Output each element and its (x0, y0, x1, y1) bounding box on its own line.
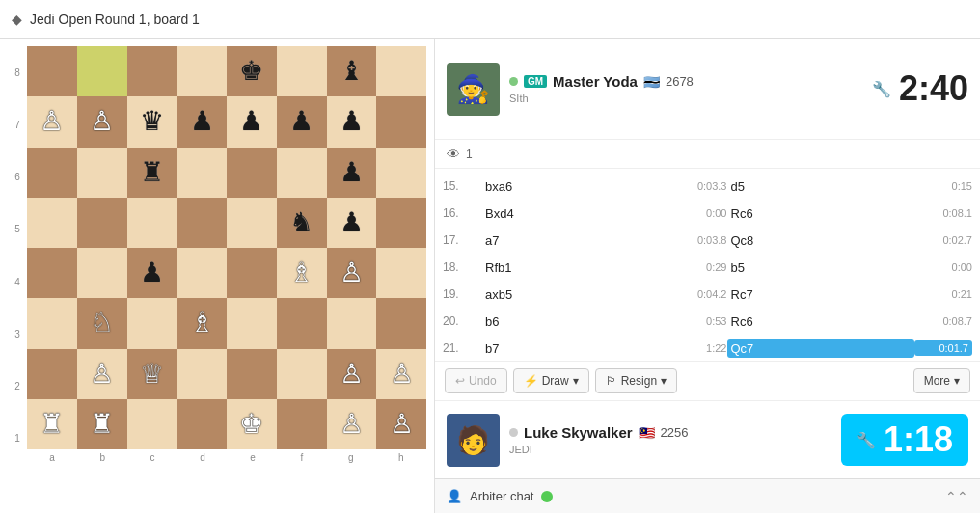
eye-icon: 👁 (447, 147, 460, 162)
cell-e2[interactable] (227, 349, 277, 399)
move-black-21[interactable]: Qc7 (727, 339, 915, 358)
cell-c2[interactable]: ♕ (127, 349, 177, 399)
top-player-rating: 2678 (666, 74, 694, 89)
resign-button[interactable]: 🏳 Resign ▾ (595, 368, 677, 393)
bottom-player-flag: 🇲🇾 (639, 425, 655, 441)
resign-label: Resign (621, 374, 657, 388)
cell-b3[interactable]: ♘ (77, 298, 127, 348)
cell-c3[interactable] (127, 298, 177, 348)
cell-c7[interactable]: ♛ (127, 96, 177, 147)
moves-section[interactable]: 15. bxa6 0:03.3 d5 0:15 16. Bxd4 0:00 Rc… (435, 169, 980, 361)
move-black-20[interactable]: Rc6 (727, 312, 915, 331)
cell-f2[interactable] (277, 349, 327, 399)
piece-c6: ♜ (140, 159, 164, 186)
cell-c5[interactable] (127, 198, 177, 248)
cell-b1[interactable]: ♜ (77, 399, 127, 449)
cell-f3[interactable] (277, 298, 327, 348)
cell-c1[interactable] (127, 399, 177, 449)
cell-g2[interactable]: ♙ (327, 349, 377, 399)
cell-g7[interactable]: ♟ (327, 96, 377, 147)
cell-e5[interactable] (227, 198, 277, 248)
cell-e1[interactable]: ♚ (227, 399, 277, 449)
cell-c4[interactable]: ♟ (127, 248, 177, 298)
move-black-18[interactable]: b5 (727, 258, 915, 277)
draw-button[interactable]: ⚡ Draw ▾ (513, 368, 589, 393)
cell-c8[interactable] (127, 46, 177, 96)
cell-g6[interactable]: ♟ (327, 148, 377, 198)
top-player-flag: 🇧🇼 (643, 74, 660, 90)
piece-d7: ♟ (190, 108, 214, 135)
arbiter-chevron-up[interactable]: ⌃⌃ (945, 489, 968, 504)
undo-button[interactable]: ↩ Undo (445, 368, 507, 393)
cell-f8[interactable] (277, 46, 327, 96)
cell-f7[interactable]: ♟ (277, 96, 327, 147)
bottom-clock-time: 1:18 (884, 419, 953, 460)
move-white-21[interactable]: b7 (481, 339, 669, 358)
cell-e8[interactable]: ♚ (227, 46, 277, 96)
move-black-19[interactable]: Rc7 (727, 285, 915, 304)
cell-h6[interactable] (376, 148, 426, 198)
cell-a2[interactable] (27, 349, 77, 399)
cell-e4[interactable] (227, 248, 277, 298)
move-black-16[interactable]: Rc6 (727, 204, 915, 223)
cell-a7[interactable]: ♙ (27, 96, 77, 147)
cell-h4[interactable] (376, 248, 426, 298)
cell-b8[interactable] (77, 46, 127, 96)
cell-a3[interactable] (27, 298, 77, 348)
cell-g3[interactable] (327, 298, 377, 348)
more-chevron: ▾ (954, 374, 960, 388)
cell-h2[interactable]: ♙ (376, 349, 426, 399)
chess-board[interactable]: ♚ ♝ ♙ ♙ ♛ ♟ ♟ ♟ ♟ ♜ (27, 46, 426, 449)
cell-g1[interactable]: ♙ (327, 399, 377, 449)
cell-b7[interactable]: ♙ (77, 96, 127, 147)
cell-a6[interactable] (27, 148, 77, 198)
cell-h1[interactable]: ♙ (376, 399, 426, 449)
cell-f4[interactable]: ♗ (277, 248, 327, 298)
cell-f5[interactable]: ♞ (277, 198, 327, 248)
move-black-15[interactable]: d5 (727, 177, 915, 196)
arbiter-bar[interactable]: 👤 Arbiter chat ⌃⌃ (435, 478, 980, 513)
cell-h5[interactable] (376, 198, 426, 248)
arbiter-left: 👤 Arbiter chat (447, 489, 553, 503)
cell-d6[interactable] (177, 148, 227, 198)
cell-e6[interactable] (227, 148, 277, 198)
cell-g8[interactable]: ♝ (327, 46, 377, 96)
cell-d2[interactable] (177, 349, 227, 399)
arbiter-notification-dot (541, 491, 553, 502)
cell-f6[interactable] (277, 148, 327, 198)
cell-b2[interactable]: ♙ (77, 349, 127, 399)
cell-h8[interactable] (376, 46, 426, 96)
cell-d5[interactable] (177, 198, 227, 248)
move-row-17: 17. a7 0:03.8 Qc8 0:02.7 (435, 227, 980, 254)
cell-d4[interactable] (177, 248, 227, 298)
more-button[interactable]: More ▾ (913, 368, 970, 393)
cell-d8[interactable] (177, 46, 227, 96)
cell-a1[interactable]: ♜ (27, 399, 77, 449)
move-white-15[interactable]: bxa6 (481, 177, 669, 196)
cell-b5[interactable] (77, 198, 127, 248)
cell-b4[interactable] (77, 248, 127, 298)
cell-h7[interactable] (376, 96, 426, 147)
move-white-16[interactable]: Bxd4 (481, 204, 669, 223)
cell-d7[interactable]: ♟ (177, 96, 227, 147)
cell-g5[interactable]: ♟ (327, 198, 377, 248)
piece-g8: ♝ (340, 58, 364, 85)
cell-h3[interactable] (376, 298, 426, 348)
cell-d1[interactable] (177, 399, 227, 449)
cell-f1[interactable] (277, 399, 327, 449)
cell-a8[interactable] (27, 46, 77, 96)
move-black-17[interactable]: Qc8 (727, 231, 915, 250)
cell-c6[interactable]: ♜ (127, 148, 177, 198)
cell-e3[interactable] (227, 298, 277, 348)
move-white-20[interactable]: b6 (481, 312, 669, 331)
move-white-18[interactable]: Rfb1 (481, 258, 669, 277)
cell-a5[interactable] (27, 198, 77, 248)
move-white-17[interactable]: a7 (481, 231, 669, 250)
cell-d3[interactable]: ♗ (177, 298, 227, 348)
cell-a4[interactable] (27, 248, 77, 298)
cell-b6[interactable] (77, 148, 127, 198)
cell-g4[interactable]: ♙ (327, 248, 377, 298)
cell-e7[interactable]: ♟ (227, 96, 277, 147)
move-white-19[interactable]: axb5 (481, 285, 669, 304)
top-player-name-row: GM Master Yoda 🇧🇼 2678 (509, 73, 694, 90)
